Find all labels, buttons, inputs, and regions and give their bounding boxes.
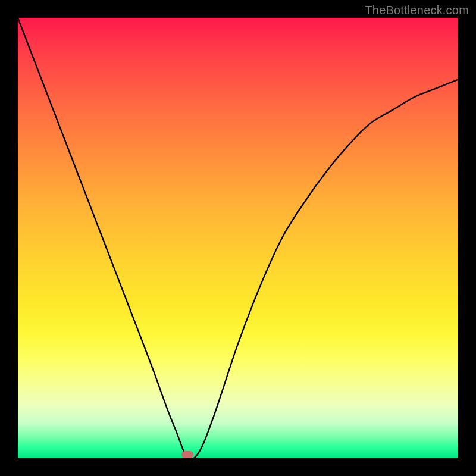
watermark-text: TheBottleneck.com bbox=[365, 4, 469, 17]
minimum-marker bbox=[181, 451, 193, 458]
bottleneck-curve bbox=[18, 18, 458, 458]
chart-frame: TheBottleneck.com bbox=[0, 0, 476, 476]
